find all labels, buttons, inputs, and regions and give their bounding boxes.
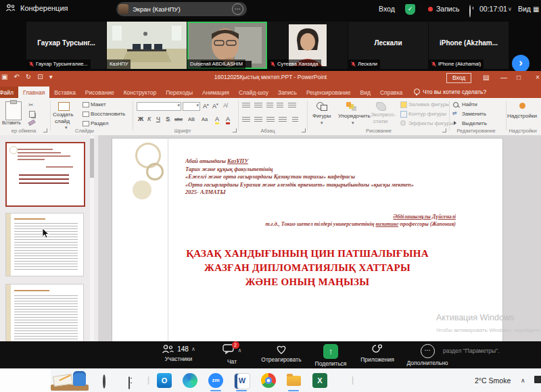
tray-monitor-icon[interactable]	[534, 376, 541, 383]
meeting-menu[interactable]: Конференция	[5, 3, 68, 12]
edge-icon[interactable]	[183, 373, 197, 388]
excel-icon[interactable]: X	[312, 373, 327, 388]
weather-icon[interactable]	[458, 375, 473, 390]
video-tile-gaukhar[interactable]: Гаухар Турсынг... Гаухар Турсынгалие...	[26, 22, 106, 69]
italic-button[interactable]: К	[147, 116, 151, 122]
quick-styles-button-l2[interactable]: стили	[373, 118, 387, 124]
view-grid-icon[interactable]: ▦	[533, 5, 539, 13]
shape-outline-button[interactable]: Контур фигуры	[408, 111, 446, 117]
copy-icon[interactable]	[29, 111, 35, 118]
task-view-icon[interactable]	[128, 377, 143, 392]
tab-review[interactable]: Рецензирование	[302, 87, 356, 98]
slide-thumbnail-panel[interactable]	[0, 135, 98, 341]
video-tile-suteyeva[interactable]: Сутеева Ханзада	[268, 22, 348, 69]
file-explorer-icon[interactable]	[287, 373, 302, 388]
share-screen-button[interactable]: ↑ Поделиться	[310, 344, 352, 367]
layout-button[interactable]: Макет	[91, 101, 106, 107]
weather-label[interactable]: 2°C Smoke	[475, 376, 511, 385]
drawing-dialog-launcher[interactable]	[442, 128, 446, 132]
signin-link[interactable]: Вход	[379, 5, 395, 13]
paste-label[interactable]: Вставить	[2, 120, 21, 125]
video-tile-leskali[interactable]: Лескали Лескали	[348, 22, 428, 69]
ribbon-display-icon[interactable]: ▤	[483, 74, 489, 81]
maximize-icon[interactable]: □	[517, 74, 521, 81]
strikethrough-button[interactable]: abc	[174, 116, 183, 122]
font-dialog-launcher[interactable]	[233, 128, 237, 132]
section-button[interactable]: Раздел	[91, 120, 108, 126]
tab-design[interactable]: Конструктор	[119, 87, 161, 98]
search-highlight-image[interactable]	[51, 370, 90, 392]
decrease-font-icon[interactable]: А▾	[212, 102, 218, 109]
format-painter-icon[interactable]	[28, 120, 35, 126]
video-tile-iphone[interactable]: iPhone (Akzham... iPhone (Akzhamal)	[429, 22, 509, 69]
font-color-button[interactable]: А	[226, 116, 230, 124]
addins-button[interactable]: Надстройки	[507, 113, 537, 119]
clipboard-dialog-launcher[interactable]	[43, 128, 47, 132]
new-slide-button[interactable]: Создать	[53, 112, 73, 118]
shape-effects-button[interactable]: Эффекты фигуры	[408, 120, 454, 126]
current-slide[interactable]: Абай атындағы КазҰПУ Тарих және құқық фа…	[112, 139, 502, 341]
tab-insert[interactable]: Вставка	[49, 87, 80, 98]
shapes-dropdown-icon[interactable]: ▾	[321, 120, 323, 126]
apps-button[interactable]: Приложения	[356, 344, 399, 363]
paragraph-dialog-launcher[interactable]	[302, 128, 306, 132]
participants-button[interactable]: 148 ∧ Участники	[152, 344, 205, 362]
align-right-icon[interactable]	[266, 117, 275, 123]
font-size-combo[interactable]	[183, 102, 200, 111]
underline-button[interactable]: Ч	[156, 116, 160, 122]
justify-icon[interactable]	[279, 117, 287, 123]
arrange-button[interactable]: Упорядочить	[338, 113, 371, 119]
tab-animations[interactable]: Анимация	[197, 87, 234, 98]
quick-styles-button[interactable]: Экспресс-	[371, 112, 396, 118]
slide-thumbnail-2[interactable]	[5, 213, 84, 276]
clear-format-icon[interactable]: А̸	[223, 102, 227, 109]
slide-thumbnail-3[interactable]	[5, 284, 84, 347]
timer-chevron-icon[interactable]: ∨	[508, 6, 512, 12]
align-left-icon[interactable]	[242, 117, 250, 123]
tray-chevron-icon[interactable]: ∧	[521, 377, 525, 384]
paste-icon[interactable]	[5, 101, 22, 120]
video-tile-duisenali[interactable]: Duisenali ABDILASHIM	[187, 22, 267, 69]
minimize-icon[interactable]: —	[500, 74, 507, 81]
zoom-app-icon[interactable]: zm	[208, 373, 223, 388]
numbering-icon[interactable]	[254, 103, 262, 109]
video-tile-kaznpu[interactable]: КазНПУ	[107, 22, 187, 69]
tab-home[interactable]: Главная	[18, 87, 49, 98]
thumbnail-scrollbar-thumb[interactable]	[90, 139, 94, 178]
increase-font-icon[interactable]: А▴	[203, 102, 209, 109]
view-menu[interactable]: Вид	[518, 5, 531, 13]
replace-button[interactable]: Заменить	[462, 111, 486, 117]
ppt-signin-button[interactable]: Вход	[446, 73, 471, 83]
font-name-combo[interactable]	[137, 102, 181, 111]
reset-button[interactable]: Восстановить	[91, 111, 125, 117]
change-case-button[interactable]: Аа	[202, 116, 208, 122]
indent-icon[interactable]	[277, 103, 283, 109]
tab-slideshow[interactable]: Слайд-шоу	[234, 87, 273, 98]
new-slide-button-l2[interactable]: слайд	[55, 118, 70, 124]
tab-view[interactable]: Вид	[356, 87, 375, 98]
slide-thumbnail-1[interactable]	[5, 142, 85, 207]
bold-button[interactable]: Ж	[138, 116, 143, 122]
tab-transitions[interactable]: Переходы	[161, 87, 197, 98]
outdent-icon[interactable]	[266, 103, 273, 109]
chrome-icon[interactable]	[261, 373, 276, 388]
word-icon[interactable]: W	[234, 373, 249, 388]
shapes-button[interactable]: Фигуры	[312, 113, 331, 119]
tab-draw[interactable]: Рисование	[80, 87, 119, 98]
shape-fill-button[interactable]: Заливка фигуры	[408, 101, 450, 107]
tab-record[interactable]: Запись	[273, 87, 302, 98]
bullets-icon[interactable]	[242, 103, 250, 109]
pill-more-button[interactable]: ⋯	[232, 3, 243, 15]
select-button[interactable]: Выделить	[462, 120, 487, 126]
outlook-icon[interactable]: O	[157, 373, 172, 388]
thumbnail-scrollbar[interactable]	[90, 136, 94, 341]
text-shadow-button[interactable]: S	[166, 116, 170, 122]
shared-screen-pill[interactable]: Экран (КазНПУ) ⋯	[116, 2, 247, 16]
tab-file[interactable]: Файл	[0, 87, 18, 98]
chat-chevron-icon[interactable]: ∧	[238, 347, 242, 353]
next-participants-button[interactable]: ›	[512, 55, 530, 72]
tell-me-box[interactable]: Что вы хотите сделать?	[407, 89, 486, 95]
find-button[interactable]: Найти	[462, 101, 477, 107]
arrange-dropdown-icon[interactable]: ▾	[352, 120, 354, 126]
line-spacing-icon[interactable]	[288, 103, 296, 109]
